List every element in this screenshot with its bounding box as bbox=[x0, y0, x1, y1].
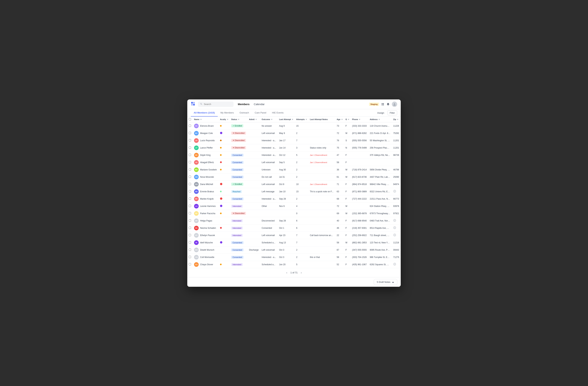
table-row: HPHelga PagacInterestedDisconnectedSep 2… bbox=[187, 217, 401, 224]
row-checkbox[interactable] bbox=[189, 175, 191, 178]
tab-my-members[interactable]: My Members bbox=[218, 109, 237, 116]
row-checkbox[interactable] bbox=[189, 256, 191, 258]
member-name-cell[interactable]: MGMariane Goodwin bbox=[193, 166, 219, 173]
attempts-cell: 2 bbox=[295, 195, 308, 202]
phone-cell bbox=[351, 159, 368, 166]
search-input[interactable] bbox=[204, 103, 231, 106]
row-checkbox-cell bbox=[187, 151, 193, 159]
member-name-cell[interactable]: EPEthelyn Paucek bbox=[193, 232, 219, 239]
age-cell: 58 bbox=[335, 239, 344, 246]
row-checkbox[interactable] bbox=[189, 168, 191, 171]
member-name-cell[interactable]: LRLucio Reynolds bbox=[193, 137, 219, 144]
select-all-checkbox[interactable] bbox=[189, 118, 191, 120]
row-checkbox[interactable] bbox=[189, 132, 191, 134]
row-checkbox[interactable] bbox=[189, 219, 191, 222]
add-button[interactable] bbox=[393, 263, 396, 266]
member-name-cell[interactable]: DWDewitt Wunsch bbox=[193, 246, 219, 254]
row-checkbox[interactable] bbox=[189, 263, 191, 265]
nav-members[interactable]: Members bbox=[238, 102, 250, 106]
row-checkbox[interactable] bbox=[189, 234, 191, 236]
row-checkbox[interactable] bbox=[189, 249, 191, 251]
draft-notes-button[interactable]: 5 Draft Notes ▲ bbox=[374, 279, 397, 285]
member-name-cell[interactable]: CGChaya Glover bbox=[193, 261, 219, 268]
search-box[interactable] bbox=[198, 102, 233, 107]
nav-calendar[interactable]: Calendar bbox=[254, 102, 265, 106]
col-status[interactable]: Status ▾ bbox=[230, 117, 248, 122]
row-checkbox[interactable] bbox=[189, 190, 191, 193]
age-cell: 58 bbox=[335, 254, 344, 261]
row-checkbox[interactable] bbox=[189, 212, 191, 214]
grid-icon-button[interactable] bbox=[381, 103, 384, 106]
acuity-dot bbox=[220, 205, 222, 207]
outcome-cell: Interested - a... bbox=[260, 254, 278, 261]
attempts-cell: 4 bbox=[295, 202, 308, 210]
next-page-button[interactable]: › bbox=[300, 271, 303, 275]
col-last-attempt[interactable]: Last Attempt ▾ bbox=[278, 117, 295, 122]
member-avatar: MC bbox=[194, 131, 199, 135]
member-name-cell[interactable]: EBEmmie Brakus bbox=[193, 188, 219, 195]
member-name-cell[interactable]: NMNova Mosciski bbox=[193, 173, 219, 181]
member-name-cell[interactable]: LPLance Pfeffer bbox=[193, 144, 219, 151]
notes-cell bbox=[308, 217, 335, 224]
row-checkbox[interactable] bbox=[189, 146, 191, 149]
member-avatar: IN bbox=[194, 240, 199, 245]
add-button[interactable] bbox=[393, 234, 396, 237]
last-attempt-cell: Oct 3 bbox=[278, 246, 295, 254]
attempts-cell: 7 bbox=[295, 232, 308, 239]
assign-button[interactable]: Assign bbox=[376, 110, 386, 115]
acuity-dot bbox=[220, 213, 222, 214]
member-name-cell[interactable]: LHLeonie Hammes bbox=[193, 202, 219, 210]
phone-cell: (333) 333-3333 bbox=[351, 122, 368, 129]
member-name-cell[interactable]: CMColt Morissette bbox=[193, 254, 219, 261]
tab-hie-events[interactable]: HIE Events bbox=[269, 109, 286, 116]
acuity-dot bbox=[220, 169, 222, 171]
row-checkbox[interactable] bbox=[189, 139, 191, 141]
tab-care-panel[interactable]: Care Panel bbox=[252, 109, 269, 116]
tab-outreach[interactable]: Outreach bbox=[237, 109, 252, 116]
member-avatar: CM bbox=[194, 255, 199, 259]
member-name-cell[interactable]: DKDejah King bbox=[193, 151, 219, 159]
user-avatar[interactable] bbox=[392, 102, 397, 107]
gender-cell: M bbox=[344, 173, 351, 181]
add-button[interactable] bbox=[393, 219, 396, 222]
member-name-cell[interactable]: PPParker Pacocha bbox=[193, 210, 219, 217]
col-admit[interactable]: Admit ▾ bbox=[248, 117, 260, 122]
col-name[interactable]: Name ▾ bbox=[193, 117, 219, 122]
prev-page-button[interactable]: ‹ bbox=[285, 271, 288, 275]
col-acuity[interactable]: Acuity ▾ bbox=[219, 117, 230, 122]
add-button[interactable] bbox=[393, 226, 396, 230]
member-name-cell[interactable]: DMDana Mitchell bbox=[193, 181, 219, 188]
member-name-cell[interactable]: NSNeoma Schaden bbox=[193, 224, 219, 232]
phone-cell: (671) 888-9282 bbox=[351, 129, 368, 137]
row-checkbox[interactable] bbox=[189, 154, 191, 156]
last-attempt-cell: Jul 31 bbox=[278, 173, 295, 181]
table-row: DKDejah KingConsentedInterested - a...Oc… bbox=[187, 151, 401, 159]
col-g[interactable]: G ▾ bbox=[344, 117, 351, 122]
row-checkbox[interactable] bbox=[189, 241, 191, 243]
col-attempts[interactable]: Attempts ▾ bbox=[295, 117, 308, 122]
col-age[interactable]: Age ▾ bbox=[335, 117, 344, 122]
member-name-cell[interactable]: HPHelga Pagac bbox=[193, 217, 219, 224]
draft-notes-label: 5 Draft Notes bbox=[377, 281, 391, 283]
add-button[interactable] bbox=[393, 190, 396, 193]
filter-button[interactable]: Filter bbox=[387, 110, 397, 115]
col-address[interactable]: Address ▾ bbox=[368, 117, 392, 122]
member-name-cell[interactable]: INIdell Nitzsche bbox=[193, 239, 219, 246]
row-checkbox[interactable] bbox=[189, 183, 191, 185]
member-name-cell[interactable]: MCMeagan Cole bbox=[193, 129, 219, 137]
row-checkbox[interactable] bbox=[189, 205, 191, 207]
col-zip[interactable]: Zip ▾ bbox=[392, 117, 401, 122]
row-checkbox[interactable] bbox=[189, 161, 191, 163]
col-phone[interactable]: Phone ▾ bbox=[351, 117, 368, 122]
member-name-cell[interactable]: AEAbagail Effertz bbox=[193, 159, 219, 166]
gender-cell: F bbox=[344, 181, 351, 188]
bell-icon-button[interactable] bbox=[386, 103, 390, 106]
tab-all-members[interactable]: All Members (1415) bbox=[191, 109, 218, 116]
col-outcome[interactable]: Outcome ▾ bbox=[260, 117, 278, 122]
member-name-cell[interactable]: MKMarlee Krajcik bbox=[193, 195, 219, 202]
row-checkbox[interactable] bbox=[189, 125, 191, 127]
row-checkbox[interactable] bbox=[189, 227, 191, 229]
member-name-cell[interactable]: EEElenora Bruen bbox=[193, 122, 219, 129]
member-avatar: NM bbox=[194, 175, 199, 179]
row-checkbox[interactable] bbox=[189, 197, 191, 200]
